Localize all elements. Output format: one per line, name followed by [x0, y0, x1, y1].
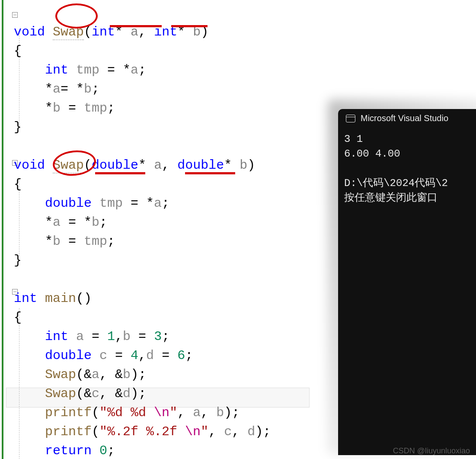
code-line[interactable]: double tmp = *a;: [6, 196, 169, 211]
code-line[interactable]: [6, 139, 14, 154]
code-line[interactable]: *a = *b;: [6, 215, 107, 230]
code-line[interactable]: double c = 4,d = 6;: [6, 348, 193, 363]
code-line[interactable]: }: [6, 120, 22, 135]
code-line[interactable]: int main(): [6, 291, 92, 306]
terminal-icon: [346, 115, 355, 122]
code-line[interactable]: *b = tmp;: [6, 101, 115, 116]
code-line[interactable]: *b = tmp;: [6, 234, 115, 249]
code-line[interactable]: int a = 1,b = 3;: [6, 329, 169, 344]
watermark: CSDN @liuyunluoxiao: [393, 446, 470, 456]
code-line[interactable]: {: [6, 310, 22, 325]
code-line[interactable]: {: [6, 44, 22, 58]
code-line[interactable]: void Swap(double* a, double* b): [6, 158, 255, 173]
console-window[interactable]: Microsoft Visual Studio 3 1 6.00 4.00 D:…: [338, 109, 476, 455]
change-marker-bar: [2, 0, 3, 459]
code-line[interactable]: Swap(&c, &d);: [6, 386, 146, 401]
code-line[interactable]: }: [6, 253, 22, 268]
code-line[interactable]: return 0;: [6, 443, 115, 458]
code-line[interactable]: int tmp = *a;: [6, 63, 146, 77]
code-line[interactable]: *a= *b;: [6, 82, 99, 96]
code-line[interactable]: printf("%d %d \n", a, b);: [6, 405, 240, 420]
code-line[interactable]: printf("%.2f %.2f \n", c, d);: [6, 424, 271, 439]
console-output: 3 1 6.00 4.00 D:\代码\2024代码\2 按任意键关闭此窗口: [338, 127, 476, 205]
code-line[interactable]: [6, 272, 14, 287]
code-line[interactable]: void Swap(int* a, int* b): [6, 25, 208, 40]
console-title: Microsoft Visual Studio: [361, 113, 448, 123]
console-titlebar[interactable]: Microsoft Visual Studio: [338, 109, 476, 127]
code-line[interactable]: Swap(&a, &b);: [6, 367, 146, 382]
source-code[interactable]: void Swap(int* a, int* b) { int tmp = *a…: [6, 3, 271, 459]
code-line[interactable]: {: [6, 177, 22, 192]
